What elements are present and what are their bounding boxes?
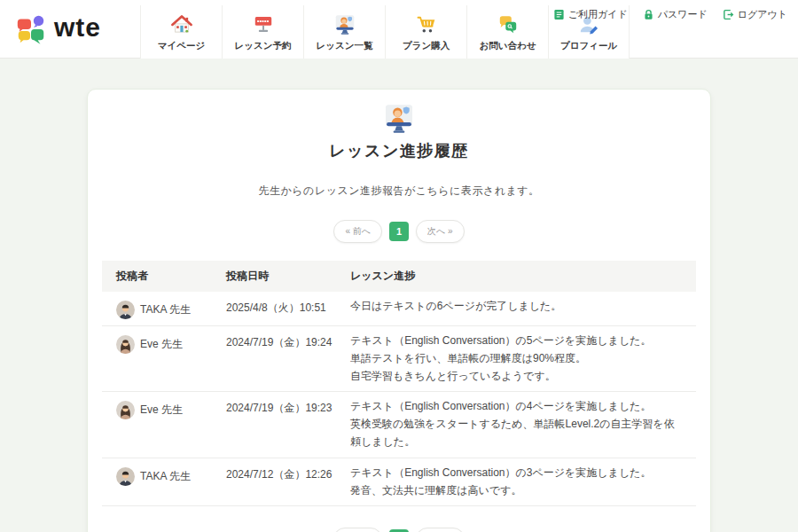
column-header-poster: 投稿者 xyxy=(102,269,226,284)
progress-line: 今日はテキストの6ページが完了しました。 xyxy=(350,298,682,316)
prev-page-button[interactable]: « 前へ xyxy=(333,220,382,243)
nav-item-label: レッスン一覧 xyxy=(317,40,373,52)
nav-item-lesson-list[interactable]: レッスン一覧 xyxy=(303,5,385,59)
poster-cell: TAKA 先生 xyxy=(102,465,226,486)
post-datetime: 2024/7/19（金）19:23 xyxy=(226,398,350,416)
brand-logo[interactable]: wte xyxy=(0,12,101,46)
reserve-icon xyxy=(252,13,275,36)
progress-line: 自宅学習もきちんと行っているようです。 xyxy=(350,368,682,386)
nav-item-contact[interactable]: お問い合わせ xyxy=(466,5,548,59)
top-link-label: パスワード xyxy=(658,8,708,21)
progress-line: 発音、文法共に理解度は高いです。 xyxy=(350,482,682,500)
lesson-icon xyxy=(333,13,356,36)
nav-item-label: マイページ xyxy=(158,40,205,52)
lesson-progress-card: レッスン進捗履歴 先生からのレッスン進捗報告がこちらに表示されます。 « 前へ … xyxy=(87,89,711,532)
progress-cell: テキスト（English Conversation）の4ページを実施しました。英… xyxy=(350,398,696,450)
progress-table: 投稿者 投稿日時 レッスン進捗 TAKA 先生2025/4/8（火）10:51今… xyxy=(102,261,696,506)
poster-cell: Eve 先生 xyxy=(102,398,226,419)
table-row: Eve 先生2024/7/19（金）19:24テキスト（English Conv… xyxy=(102,326,696,392)
avatar xyxy=(116,401,135,419)
lock-icon xyxy=(643,9,654,20)
table-row: TAKA 先生2024/7/12（金）12:26テキスト（English Con… xyxy=(102,458,696,507)
top-link-guide[interactable]: ご利用ガイド xyxy=(553,8,628,21)
progress-cell: 今日はテキストの6ページが完了しました。 xyxy=(350,298,696,316)
nav-item-plan-purchase[interactable]: プラン購入 xyxy=(385,5,466,59)
top-link-logout[interactable]: ログアウト xyxy=(723,8,787,21)
guide-icon xyxy=(553,9,565,20)
eve-avatar xyxy=(116,401,135,419)
top-link-label: ご利用ガイド xyxy=(568,8,628,21)
column-header-datetime: 投稿日時 xyxy=(226,269,350,284)
progress-line: 英検受験の勉強をスタートするため、単語帳Level.2の自主学習を依頼しました。 xyxy=(350,416,682,451)
post-datetime: 2024/7/19（金）19:24 xyxy=(226,332,350,350)
nav-item-label: プラン購入 xyxy=(403,40,450,52)
pagination-bottom: « 前へ 1 次へ » xyxy=(102,528,696,532)
poster-name: Eve 先生 xyxy=(140,403,183,418)
progress-table-body: TAKA 先生2025/4/8（火）10:51今日はテキストの6ページが完了しま… xyxy=(102,292,696,506)
top-links: ご利用ガイドパスワードログアウト xyxy=(553,8,787,21)
column-header-progress: レッスン進捗 xyxy=(350,269,696,284)
nav-item-label: お問い合わせ xyxy=(480,40,536,52)
progress-cell: テキスト（English Conversation）の5ページを実施しました。単… xyxy=(350,332,696,385)
table-row: TAKA 先生2025/4/8（火）10:51今日はテキストの6ページが完了しま… xyxy=(102,292,696,326)
top-link-password[interactable]: パスワード xyxy=(643,8,708,21)
home-icon xyxy=(170,13,193,36)
nav-item-label: プロフィール xyxy=(560,40,617,52)
avatar xyxy=(116,467,135,486)
nav-item-lesson-reserve[interactable]: レッスン予約 xyxy=(222,5,303,59)
poster-name: Eve 先生 xyxy=(140,337,183,352)
table-row: Eve 先生2024/7/19（金）19:23テキスト（English Conv… xyxy=(102,392,696,458)
nav-item-label: レッスン予約 xyxy=(235,40,292,52)
prev-page-button[interactable]: « 前へ xyxy=(333,528,382,532)
pagination-top: « 前へ 1 次へ » xyxy=(102,220,696,243)
page-subtitle: 先生からのレッスン進捗報告がこちらに表示されます。 xyxy=(102,184,696,199)
poster-cell: TAKA 先生 xyxy=(102,298,226,319)
progress-cell: テキスト（English Conversation）の3ページを実施しました。発… xyxy=(350,465,696,500)
post-datetime: 2024/7/12（金）12:26 xyxy=(226,465,350,482)
poster-name: TAKA 先生 xyxy=(140,469,191,484)
progress-line: テキスト（English Conversation）の5ページを実施しました。 xyxy=(350,332,682,350)
page-background: レッスン進捗履歴 先生からのレッスン進捗報告がこちらに表示されます。 « 前へ … xyxy=(0,59,798,532)
taka-avatar xyxy=(116,301,135,319)
lesson-progress-icon xyxy=(380,102,418,136)
poster-cell: Eve 先生 xyxy=(102,332,226,354)
avatar xyxy=(116,335,135,354)
nav-item-mypage[interactable]: マイページ xyxy=(140,5,222,59)
taka-avatar xyxy=(116,467,135,486)
avatar xyxy=(116,301,135,319)
cart-icon xyxy=(415,13,438,36)
contact-icon xyxy=(497,13,520,36)
logout-icon xyxy=(723,9,734,20)
progress-line: テキスト（English Conversation）の4ページを実施しました。 xyxy=(350,398,682,416)
progress-line: 単語テストを行い、単語帳の理解度は90%程度。 xyxy=(350,350,682,368)
eve-avatar xyxy=(116,335,135,354)
page-title: レッスン進捗履歴 xyxy=(102,140,696,161)
current-page[interactable]: 1 xyxy=(389,222,409,241)
progress-line: テキスト（English Conversation）の3ページを実施しました。 xyxy=(350,465,682,482)
poster-name: TAKA 先生 xyxy=(140,302,191,317)
brand-logo-text: wte xyxy=(54,14,101,44)
next-page-button[interactable]: 次へ » xyxy=(416,528,465,532)
post-datetime: 2025/4/8（火）10:51 xyxy=(226,298,350,316)
next-page-button[interactable]: 次へ » xyxy=(416,220,465,243)
wte-logo-icon xyxy=(14,12,48,46)
header: wte マイページレッスン予約レッスン一覧プラン購入お問い合わせプロフィール ご… xyxy=(0,0,798,59)
table-header-row: 投稿者 投稿日時 レッスン進捗 xyxy=(102,261,696,292)
top-link-label: ログアウト xyxy=(738,8,787,21)
